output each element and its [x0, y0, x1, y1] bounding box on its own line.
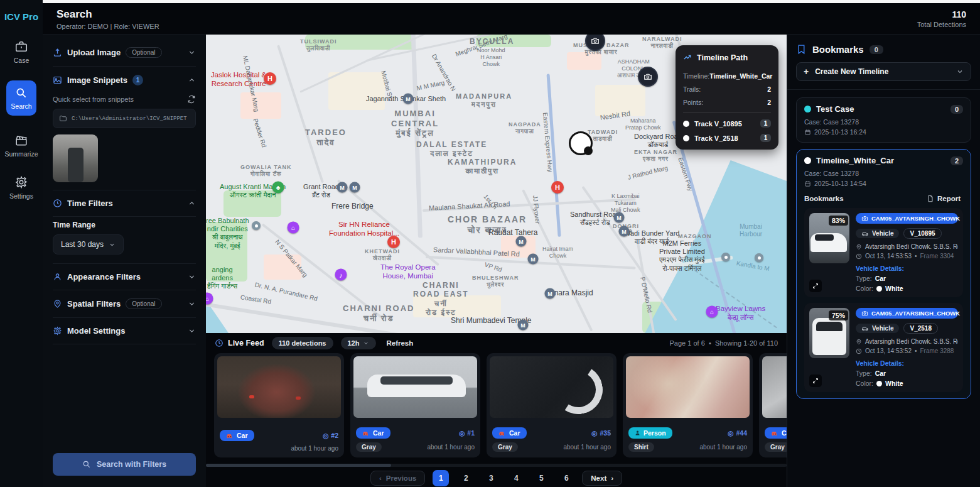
bookmark-item[interactable]: 83% CAM05_AVTARSINGH_CHOWK Vehicle	[804, 208, 963, 297]
clock-icon	[53, 199, 62, 208]
snippet-path-field[interactable]: C:\Users\Administrator\ICV_SNIPPET	[53, 109, 196, 128]
spatial-filters-section[interactable]: Spatial Filters Optional	[53, 290, 196, 318]
operator-role-subtitle: Operator: DEMO | Role: VIEWER	[57, 23, 159, 30]
chevron-up-icon[interactable]	[188, 76, 196, 84]
bookmark-item[interactable]: 75% CAM05_AVTARSINGH_CHOWK Vehicle	[804, 303, 963, 392]
detection-image	[490, 356, 613, 418]
trending-up-icon	[683, 53, 692, 62]
detection-card[interactable]: Car ◎ #1 Gray about 1 hour ago	[350, 353, 480, 457]
map-poi-marker[interactable]: M	[614, 212, 625, 223]
camera-marker[interactable]	[585, 35, 605, 51]
detection-card[interactable]: Person ◎ #44 Shirt about 1 hour ago	[623, 353, 753, 457]
refresh-button[interactable]: Refresh	[386, 339, 413, 347]
attribute-badge: Gray	[492, 442, 518, 452]
model-settings-section[interactable]: Model Settings	[53, 318, 196, 344]
detection-card[interactable]: Car ◎ #35 Gray about 1 hour ago	[487, 353, 617, 457]
detection-timestamp: about 1 hour ago	[563, 444, 611, 451]
map-poi-marker[interactable]: ♪	[335, 269, 347, 281]
create-new-timeline-button[interactable]: + Create New Timeline	[796, 62, 971, 81]
car-icon	[771, 430, 778, 436]
expand-icon[interactable]	[809, 280, 822, 292]
time-range-select[interactable]: Last 30 days	[53, 234, 124, 254]
timeline-card-test-case[interactable]: Test Case 0 Case: Case 13278 2025-10-13 …	[796, 97, 971, 143]
map-poi-marker[interactable]: ⌂	[288, 222, 299, 234]
map-label: NAGPADA नागपाडा	[509, 121, 541, 135]
chevron-down-icon	[956, 68, 964, 75]
camera-marker[interactable]	[638, 67, 658, 87]
clock-icon	[856, 348, 862, 354]
map-poi-marker[interactable]: H	[551, 181, 564, 194]
chevron-down-icon[interactable]	[188, 327, 196, 335]
sidebar-item-settings[interactable]: Settings	[9, 175, 33, 200]
sidebar-item-summarize[interactable]: Summarize	[4, 133, 38, 158]
map-poi-marker[interactable]: H	[387, 236, 400, 248]
chevron-up-icon[interactable]	[188, 199, 196, 207]
map-park	[305, 35, 415, 50]
pagination: ‹ Previous 1 2 3 4 5 6 Next ›	[206, 470, 787, 486]
class-badge: Car	[765, 427, 787, 439]
previous-page-button[interactable]: ‹ Previous	[370, 471, 425, 486]
attribute-badge: Gray	[356, 442, 382, 452]
detection-image	[626, 356, 750, 418]
timeline-card-white-car[interactable]: Timeline_White_Car 2 Case: Case 13278 20…	[796, 149, 971, 399]
page-number-button[interactable]: 4	[508, 470, 524, 486]
page-number-button[interactable]: 1	[433, 470, 449, 486]
next-page-button[interactable]: Next ›	[582, 471, 622, 486]
map-poi-marker[interactable]: M	[403, 94, 414, 104]
time-filters-section[interactable]: Time Filters	[53, 190, 196, 217]
map-poi-marker[interactable]: M	[350, 182, 360, 193]
map-block	[413, 295, 501, 317]
snippets-hint: Quick select from snippets	[53, 96, 134, 103]
expand-icon[interactable]	[809, 375, 822, 387]
color-dot	[876, 381, 882, 386]
search-with-filters-button[interactable]: Search with Filters	[53, 453, 196, 476]
map-label: Coastal Rd	[240, 293, 272, 306]
feed-scrollbar-thumb[interactable]	[206, 464, 391, 467]
report-button[interactable]: Report	[927, 195, 963, 202]
detection-timestamp: about 1 hour ago	[291, 445, 338, 452]
detection-id: ◎ #44	[728, 429, 747, 437]
snippet-thumbnail[interactable]	[53, 134, 98, 182]
map-poi-marker[interactable]	[252, 221, 261, 230]
bookmark-time: Oct 13, 14:53:52	[865, 347, 912, 354]
attribute-badge: Gray	[765, 442, 787, 452]
car-icon	[498, 430, 506, 436]
map-poi-marker[interactable]: M	[518, 320, 529, 331]
sidebar-item-search[interactable]: Search	[6, 80, 36, 116]
map-poi-marker[interactable]: M	[619, 226, 630, 237]
map-label: M M Marg	[416, 79, 446, 92]
track-cluster-marker[interactable]	[569, 131, 593, 155]
map-label: Wadi Bunder Yard वाडी बंदर यार्ड	[624, 229, 679, 246]
detection-timestamp: about 1 hour ago	[427, 444, 475, 451]
chevron-down-icon[interactable]	[188, 300, 196, 308]
map-canvas[interactable]: TULSIWADI तुलसिवाडी BYCULLA Noor Mohd H …	[206, 35, 787, 333]
detection-card[interactable]: Car ◎ #2 about 1 hour ago	[214, 353, 344, 457]
refresh-icon[interactable]	[187, 95, 196, 104]
page-number-button[interactable]: 2	[458, 470, 474, 486]
image-snippets-section[interactable]: Image Snippets 1	[53, 67, 196, 94]
map-poi-marker[interactable]: M	[337, 182, 348, 193]
map-poi-marker[interactable]	[755, 253, 763, 262]
appearance-filters-section[interactable]: Appearance Filters	[53, 263, 196, 290]
class-badge: Car	[220, 430, 254, 441]
map-poi-marker[interactable]: M	[528, 254, 539, 265]
sidebar-item-case[interactable]: Case	[14, 40, 30, 64]
calendar-icon	[804, 180, 811, 187]
map-poi-marker[interactable]: M	[516, 236, 527, 247]
upload-image-section[interactable]: Upload Image Optional	[53, 39, 196, 67]
map-poi-marker[interactable]: H	[264, 72, 276, 85]
map-poi-marker[interactable]: ♣	[272, 182, 284, 194]
chevron-down-icon[interactable]	[188, 273, 196, 281]
map-poi-marker[interactable]	[721, 253, 730, 261]
chevron-down-icon[interactable]	[188, 48, 196, 57]
map-poi-marker[interactable]: ⌂	[706, 306, 718, 318]
detection-card[interactable]: Car ◎ Gray	[759, 353, 787, 457]
feed-scrollbar[interactable]	[206, 464, 787, 467]
page-number-button[interactable]: 3	[483, 470, 499, 486]
map-poi-marker[interactable]: M	[545, 288, 556, 299]
map-poi-marker[interactable]: ⌂	[206, 293, 213, 305]
page-number-button[interactable]: 6	[558, 470, 574, 486]
time-window-select[interactable]: 12h	[341, 337, 377, 349]
page-number-button[interactable]: 5	[533, 470, 549, 486]
tooltip-trails-value: 2	[767, 85, 771, 93]
